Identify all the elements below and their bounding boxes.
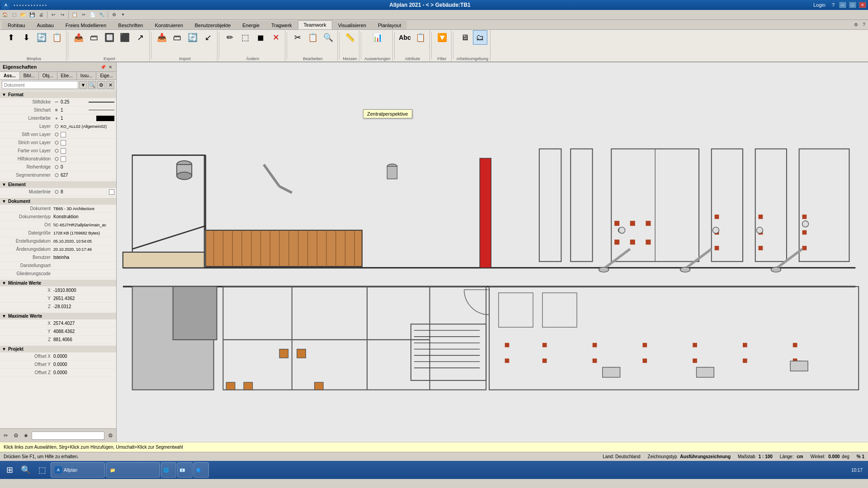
element-section-header[interactable]: ▼ Element <box>0 181 116 188</box>
panel-star-btn[interactable]: ★ <box>22 432 30 440</box>
panel-tab-issu[interactable]: Issu... <box>77 72 97 80</box>
panel-go-btn[interactable]: ⚙ <box>106 432 114 440</box>
minimize-button[interactable]: ─ <box>839 2 846 8</box>
projekt-section-header[interactable]: ▼ Projekt <box>0 346 116 352</box>
export-rhino2-btn[interactable]: ⬛ <box>118 30 132 45</box>
tab-visualisieren[interactable]: Visualisieren <box>332 21 372 29</box>
tab-tragwerk[interactable]: Tragwerk <box>265 21 297 29</box>
viewport[interactable]: Zentralperspektive <box>117 62 868 442</box>
bearbeiten-copy-btn[interactable]: 📋 <box>306 30 320 45</box>
panel-edit-btn[interactable]: ✏ <box>2 432 10 440</box>
qa-redo-btn[interactable]: ↪ <box>58 11 66 19</box>
farbe-von-layer-checkbox[interactable] <box>61 148 66 154</box>
import-sync-btn[interactable]: 🔄 <box>185 30 200 45</box>
reihenfolge-value[interactable]: 0 <box>61 164 114 169</box>
taskbar-other[interactable]: 🔷 <box>193 462 209 478</box>
import-3d-btn[interactable]: 🗃 <box>170 30 184 45</box>
qa-save-btn[interactable]: 💾 <box>28 11 36 19</box>
taskbar-edge[interactable]: 🌐 <box>161 462 176 478</box>
segmentnummer-value[interactable]: 627 <box>61 173 114 178</box>
taskbar-outlook[interactable]: 📧 <box>177 462 193 478</box>
start-button[interactable]: ⊞ <box>2 462 17 478</box>
panel-tab-ass[interactable]: Ass... <box>0 72 20 80</box>
qa-undo-btn[interactable]: ↩ <box>49 11 57 19</box>
tab-benutzerobjekte[interactable]: Benutzer­objekte <box>189 21 237 29</box>
qa-paste-btn[interactable]: 📄 <box>89 11 97 19</box>
maximize-button[interactable]: □ <box>849 2 856 8</box>
strichart-value[interactable]: 1 <box>61 108 87 113</box>
taskbar-explorer[interactable]: 📁 <box>106 462 160 478</box>
qa-copy-btn[interactable]: 📋 <box>71 11 79 19</box>
musterlinie-value[interactable]: 8 <box>61 189 107 194</box>
tab-beschriften[interactable]: Beschriften <box>112 21 149 29</box>
bimplus-info-btn[interactable]: 📋 <box>50 30 64 45</box>
panel-cmd-input[interactable] <box>32 432 104 440</box>
close-button[interactable]: ✕ <box>859 2 866 8</box>
panel-tab-bibl[interactable]: Bibl... <box>20 72 39 80</box>
qa-setting-btn[interactable]: ⚙ <box>110 11 118 19</box>
messen-btn[interactable]: 📏 <box>343 30 357 45</box>
arbeitsumgebung-monitor-btn[interactable]: 🖥 <box>458 30 472 45</box>
tab-rohbau[interactable]: Rohbau <box>2 21 31 29</box>
taskbar-allplan[interactable]: A Allplan <box>51 462 105 478</box>
qa-open-btn[interactable]: 📂 <box>19 11 27 19</box>
stiftdicke-value[interactable]: 0.25 <box>61 99 87 104</box>
export-3d-btn[interactable]: 🗃 <box>87 30 101 45</box>
panel-pin-btn[interactable]: 📌 <box>100 64 106 70</box>
panel-dropdown-btn[interactable]: ▼ <box>79 81 87 89</box>
panel-search-input[interactable] <box>2 81 78 89</box>
panel-tab-obj[interactable]: Obj... <box>39 72 57 80</box>
filter-btn[interactable]: 🔽 <box>435 30 449 45</box>
bearbeiten-cut-btn[interactable]: ✂ <box>290 30 305 45</box>
panel-tab-ebe[interactable]: Ebe... <box>57 72 77 80</box>
dokument-section-header[interactable]: ▼ Dokument <box>0 198 116 205</box>
tab-teamwork[interactable]: Teamwork <box>298 20 332 29</box>
arbeitsumgebung-active-btn[interactable]: 🗂 <box>473 30 487 45</box>
maximale-werte-header[interactable]: ▼ Maximale Werte <box>0 313 116 319</box>
tab-energie[interactable]: Energie <box>236 21 265 29</box>
export-rhino-btn[interactable]: 🔲 <box>102 30 117 45</box>
help-button[interactable]: ? <box>832 2 835 8</box>
panel-search-btn[interactable]: 🔍 <box>88 81 96 89</box>
bearbeiten-zoom-btn[interactable]: 🔍 <box>321 30 335 45</box>
bimplus-upload-btn[interactable]: ⬆ <box>4 30 18 45</box>
aendern-fill-btn[interactable]: ◼ <box>253 30 268 45</box>
linienfarbe-value[interactable]: 1 <box>61 116 96 121</box>
aendern-delete-btn[interactable]: ✕ <box>269 30 283 45</box>
attribute-abc-btn[interactable]: Abc <box>398 30 412 45</box>
panel-settings-btn[interactable]: ⚙ <box>12 432 20 440</box>
qa-new-btn[interactable]: ⬚ <box>10 11 18 19</box>
ribbon-help-btn[interactable]: ? <box>860 20 868 28</box>
titlebar-right[interactable]: Login ? ─ □ ✕ <box>813 2 866 8</box>
bimplus-download-btn[interactable]: ⬇ <box>19 30 33 45</box>
auswertungen-btn[interactable]: 📊 <box>370 30 385 45</box>
format-section-header[interactable]: ▼ Format <box>0 91 116 98</box>
ribbon-settings-btn[interactable]: ⚙ <box>852 20 860 28</box>
tab-konstruieren[interactable]: Konstruieren <box>149 21 189 29</box>
qa-allplan-btn[interactable]: 🏠 <box>1 11 9 19</box>
qa-down-btn[interactable]: ▼ <box>119 11 127 19</box>
qa-extra-btn[interactable]: 🔧 <box>98 11 106 19</box>
tab-freies-modellieren[interactable]: Freies Modellieren <box>60 21 112 29</box>
tab-planlayout[interactable]: Planlayout <box>372 21 407 29</box>
minimale-werte-header[interactable]: ▼ Minimale Werte <box>0 280 116 286</box>
strich-von-layer-checkbox[interactable] <box>61 140 66 145</box>
panel-tab-eige[interactable]: Eige... <box>96 72 117 80</box>
qa-print-btn[interactable]: 🖨 <box>37 11 45 19</box>
aendern-pen-btn[interactable]: ✏ <box>222 30 237 45</box>
taskview-button[interactable]: ⬚ <box>34 462 50 478</box>
panel-close-btn[interactable]: ✕ <box>107 64 113 70</box>
aendern-rect-btn[interactable]: ⬚ <box>238 30 252 45</box>
attribute-table-btn[interactable]: 📋 <box>413 30 428 45</box>
export-ifc-btn[interactable]: 📤 <box>71 30 86 45</box>
export-special-btn[interactable]: ↗ <box>133 30 147 45</box>
import-ifc-btn[interactable]: 📥 <box>155 30 169 45</box>
hilfskonstruktion-checkbox[interactable] <box>61 156 66 162</box>
layer-value[interactable]: KO_ALL02 (Allgemein02) <box>61 124 114 129</box>
panel-clear-btn[interactable]: ✕ <box>106 81 114 89</box>
tab-ausbau[interactable]: Ausbau <box>31 21 60 29</box>
musterlinie-checkbox[interactable] <box>109 189 114 195</box>
search-button[interactable]: 🔍 <box>18 462 33 478</box>
stift-von-layer-checkbox[interactable] <box>61 132 66 137</box>
panel-filter-btn[interactable]: ⚙ <box>97 81 105 89</box>
